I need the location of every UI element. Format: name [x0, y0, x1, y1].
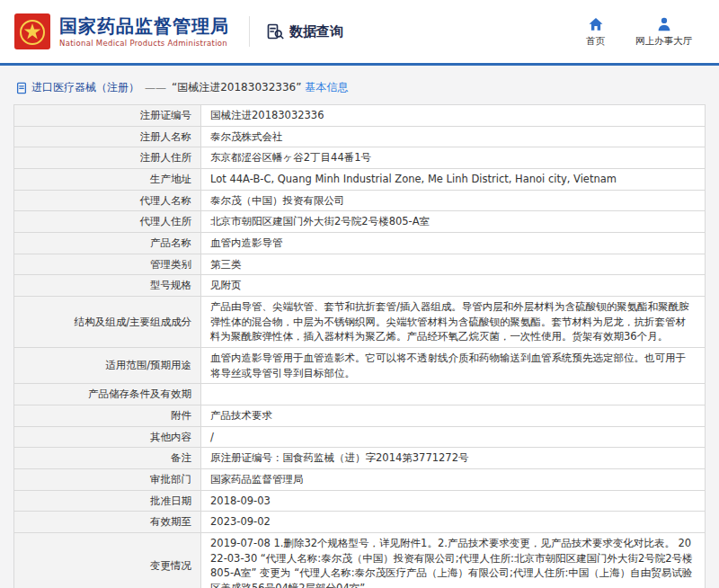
- row-value: 2023-09-02: [201, 512, 706, 533]
- row-label: 有效期至: [14, 512, 201, 533]
- row-label: 结构及组成/主要组成成分: [14, 297, 201, 348]
- row-label: 代理人名称: [14, 190, 201, 211]
- table-row: 审批部门国家药品监督管理局: [14, 469, 706, 491]
- row-value: 2019-07-08 1.删除32个规格型号，详见附件1。2.产品技术要求变更，…: [201, 533, 706, 588]
- table-row: 有效期至2023-09-02: [14, 512, 706, 533]
- row-value: 国械注进20183032336: [201, 105, 706, 127]
- row-value: 2018-09-03: [201, 490, 706, 512]
- table-row: 生产地址Lot 44A-B-C, Quang Minh Industrial Z…: [14, 169, 706, 191]
- person-icon: [656, 16, 672, 32]
- header-nav: 首页 网上办事大厅: [586, 16, 692, 48]
- table-row: 注册人住所东京都涩谷区幡ヶ谷2丁目44番1号: [14, 147, 706, 169]
- main-content: 进口医疗器械（注册） —— “国械注进20183032336” 基本信息 注册证…: [0, 66, 719, 588]
- row-value: /: [201, 426, 706, 448]
- breadcrumb-category[interactable]: 进口医疗器械（注册）: [31, 80, 139, 95]
- row-label: 附件: [14, 405, 201, 427]
- row-value: 产品由导管、尖端软管、套节和抗折套管/插入器组成。导管内层和外层材料为含硫酸钡的…: [201, 297, 706, 348]
- row-value: 原注册证编号：国食药监械（进）字2014第3771272号: [201, 448, 706, 469]
- table-row: 注册人名称泰尔茂株式会社: [14, 126, 706, 147]
- row-label: 注册人住所: [14, 147, 201, 169]
- site-titles: 国家药品监督管理局 National Medical Products Admi…: [59, 15, 229, 48]
- breadcrumb-separator: ——: [145, 82, 166, 94]
- row-label: 审批部门: [14, 469, 201, 491]
- table-row: 适用范围/预期用途血管内造影导管用于血管造影术。它可以将不透射线介质和药物输送到…: [14, 348, 706, 384]
- table-row: 注册证编号国械注进20183032336: [14, 105, 706, 127]
- row-label: 代理人住所: [14, 211, 201, 233]
- row-label: 型号规格: [14, 275, 201, 297]
- nmpa-emblem-logo[interactable]: [14, 13, 50, 49]
- breadcrumb-title: 基本信息: [305, 80, 348, 95]
- row-label: 其他内容: [14, 426, 201, 448]
- nav-home[interactable]: 首页: [586, 16, 605, 48]
- row-value: 东京都涩谷区幡ヶ谷2丁目44番1号: [201, 147, 706, 169]
- row-label: 注册证编号: [14, 105, 201, 127]
- data-query-label: 数据查询: [289, 23, 343, 40]
- registration-info-table: 注册证编号国械注进20183032336注册人名称泰尔茂株式会社注册人住所东京都…: [13, 104, 706, 588]
- data-query-icon: [266, 22, 284, 40]
- row-value: 产品技术要求: [201, 405, 706, 427]
- table-row: 批准日期2018-09-03: [14, 490, 706, 512]
- row-value: 北京市朝阳区建国门外大街2号院2号楼805-A室: [201, 211, 706, 233]
- row-label: 产品名称: [14, 233, 201, 254]
- table-row: 型号规格见附页: [14, 275, 706, 297]
- row-value: 国家药品监督管理局: [201, 469, 706, 491]
- breadcrumb: 进口医疗器械（注册） —— “国械注进20183032336” 基本信息: [15, 80, 706, 95]
- row-value: 血管内造影导管: [201, 233, 706, 254]
- site-title: 国家药品监督管理局: [59, 15, 229, 37]
- row-value: 泰尔茂（中国）投资有限公司: [201, 190, 706, 211]
- document-icon: [15, 82, 31, 94]
- table-row: 结构及组成/主要组成成分产品由导管、尖端软管、套节和抗折套管/插入器组成。导管内…: [14, 297, 706, 348]
- row-value: [201, 384, 706, 405]
- site-header: 国家药品监督管理局 National Medical Products Admi…: [0, 0, 719, 63]
- nav-home-label: 首页: [586, 35, 605, 48]
- row-label: 备注: [14, 448, 201, 469]
- row-label: 批准日期: [14, 490, 201, 512]
- row-label: 注册人名称: [14, 126, 201, 147]
- table-row: 管理类别第三类: [14, 254, 706, 275]
- table-row: 产品名称血管内造影导管: [14, 233, 706, 254]
- nav-service-hall[interactable]: 网上办事大厅: [635, 16, 692, 48]
- row-label: 产品储存条件及有效期: [14, 384, 201, 405]
- breadcrumb-registration-id: “国械注进20183032336”: [172, 80, 301, 95]
- table-row: 其他内容/: [14, 426, 706, 448]
- nav-service-hall-label: 网上办事大厅: [635, 35, 692, 48]
- row-value: 血管内造影导管用于血管造影术。它可以将不透射线介质和药物输送到血管系统预先选定部…: [201, 348, 706, 384]
- table-row: 产品储存条件及有效期: [14, 384, 706, 405]
- row-value: 第三类: [201, 254, 706, 275]
- site-subtitle: National Medical Products Administration: [59, 39, 229, 48]
- header-divider: [249, 16, 250, 47]
- row-label: 变更情况: [14, 533, 201, 588]
- table-row: 变更情况2019-07-08 1.删除32个规格型号，详见附件1。2.产品技术要…: [14, 533, 706, 588]
- row-label: 适用范围/预期用途: [14, 348, 201, 384]
- row-value: 见附页: [201, 275, 706, 297]
- table-row: 代理人名称泰尔茂（中国）投资有限公司: [14, 190, 706, 211]
- table-row: 备注原注册证编号：国食药监械（进）字2014第3771272号: [14, 448, 706, 469]
- row-value: Lot 44A-B-C, Quang Minh Industrial Zone,…: [201, 169, 706, 191]
- row-label: 管理类别: [14, 254, 201, 275]
- home-icon: [588, 16, 604, 32]
- row-value: 泰尔茂株式会社: [201, 126, 706, 147]
- header-left: 国家药品监督管理局 National Medical Products Admi…: [14, 13, 343, 49]
- row-label: 生产地址: [14, 169, 201, 191]
- data-query-tab[interactable]: 数据查询: [266, 22, 343, 40]
- table-row: 代理人住所北京市朝阳区建国门外大街2号院2号楼805-A室: [14, 211, 706, 233]
- table-row: 附件产品技术要求: [14, 405, 706, 427]
